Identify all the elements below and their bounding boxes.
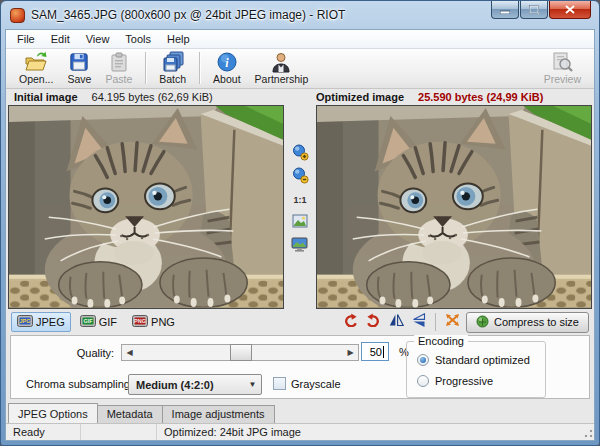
paste-clipboard-icon bbox=[110, 51, 128, 73]
rotate-left-button[interactable] bbox=[341, 313, 359, 331]
compress-to-size-button[interactable]: Compress to size bbox=[466, 312, 589, 333]
tab-png[interactable]: PNG PNG bbox=[126, 312, 181, 332]
toolbar-separator bbox=[199, 52, 200, 84]
resize-arrows-icon bbox=[445, 313, 460, 331]
radio-standard-optimized-label: Standard optimized bbox=[435, 354, 530, 366]
resize-grip[interactable] bbox=[580, 424, 594, 440]
radio-icon bbox=[417, 375, 429, 387]
partnership-button[interactable]: Partnership bbox=[248, 50, 316, 86]
tab-png-label: PNG bbox=[151, 316, 175, 328]
initial-image-info: Initial image 64.195 bytes (62,69 KiB) bbox=[6, 91, 300, 103]
zoom-out-button[interactable] bbox=[290, 168, 310, 186]
optimized-image-label: Optimized image bbox=[316, 91, 404, 103]
batch-button[interactable]: Batch bbox=[152, 50, 193, 86]
about-button[interactable]: i About bbox=[206, 50, 247, 86]
png-format-icon: PNG bbox=[132, 315, 148, 329]
save-floppy-icon bbox=[69, 51, 89, 73]
gif-format-icon: GIF bbox=[80, 315, 96, 329]
status-empty-cell bbox=[80, 424, 156, 440]
titlebar[interactable]: SAM_3465.JPG (800x600 px @ 24bit JPEG im… bbox=[1, 1, 599, 29]
radio-progressive[interactable]: Progressive bbox=[417, 375, 493, 387]
partnership-label: Partnership bbox=[255, 73, 309, 85]
zoom-out-icon bbox=[292, 167, 309, 188]
menu-view[interactable]: View bbox=[78, 31, 118, 47]
maximize-button[interactable] bbox=[520, 1, 548, 19]
tab-metadata[interactable]: Metadata bbox=[97, 405, 163, 423]
image-size-labels: Initial image 64.195 bytes (62,69 KiB) O… bbox=[6, 89, 594, 106]
tab-gif[interactable]: GIF GIF bbox=[74, 312, 123, 332]
save-button[interactable]: Save bbox=[60, 50, 98, 86]
image-compare-area: 1:1 bbox=[6, 105, 594, 311]
chroma-subsampling-value: Medium (4:2:0) bbox=[136, 379, 214, 391]
minimize-button[interactable] bbox=[491, 1, 519, 19]
close-icon bbox=[565, 5, 575, 14]
zoom-actual-size-button[interactable]: 1:1 bbox=[290, 191, 310, 209]
initial-image-label: Initial image bbox=[14, 91, 78, 103]
menu-file[interactable]: File bbox=[9, 31, 43, 47]
optimized-image-preview[interactable] bbox=[316, 105, 592, 309]
text-caret bbox=[383, 346, 384, 358]
fit-image-button[interactable] bbox=[290, 214, 310, 232]
quality-value: 50 bbox=[370, 346, 382, 358]
grayscale-checkbox-row[interactable]: Grayscale bbox=[273, 377, 341, 390]
menu-help[interactable]: Help bbox=[159, 31, 198, 47]
preview-magnifier-icon bbox=[551, 51, 573, 73]
quality-slider[interactable]: ◀ ▶ bbox=[121, 344, 359, 361]
radio-standard-optimized[interactable]: Standard optimized bbox=[417, 354, 530, 366]
slider-right-arrow[interactable]: ▶ bbox=[343, 345, 358, 360]
jpeg-format-icon: JPG bbox=[17, 315, 33, 329]
edit-tools-separator bbox=[435, 313, 436, 331]
flip-horizontal-button[interactable] bbox=[387, 313, 405, 331]
preview-button[interactable]: Preview bbox=[537, 50, 588, 86]
client-area: File Edit View Tools Help Open... bbox=[5, 29, 595, 441]
zoom-in-button[interactable] bbox=[290, 145, 310, 163]
resize-button[interactable] bbox=[443, 313, 461, 331]
radio-progressive-label: Progressive bbox=[435, 375, 493, 387]
flip-vertical-button[interactable] bbox=[410, 313, 428, 331]
tab-jpeg-options[interactable]: JPEG Options bbox=[8, 403, 98, 423]
open-button[interactable]: Open... bbox=[12, 50, 60, 86]
compress-icon bbox=[476, 315, 489, 330]
tab-image-adjustments[interactable]: Image adjustments bbox=[162, 405, 275, 423]
rotate-right-icon bbox=[366, 313, 381, 331]
slider-thumb[interactable] bbox=[230, 344, 252, 361]
jpeg-options-panel-wrap: Quality: ◀ ▶ 50 % Encoding Standard bbox=[6, 334, 594, 403]
paste-button[interactable]: Paste bbox=[98, 50, 139, 86]
minimize-icon bbox=[500, 5, 510, 14]
fit-screen-button[interactable] bbox=[290, 237, 310, 255]
about-info-icon: i bbox=[217, 51, 237, 73]
grayscale-checkbox[interactable] bbox=[273, 377, 286, 390]
batch-label: Batch bbox=[159, 73, 186, 85]
rotate-right-button[interactable] bbox=[364, 313, 382, 331]
open-label: Open... bbox=[19, 73, 53, 85]
main-toolbar: Open... Save bbox=[6, 49, 594, 89]
window-controls bbox=[490, 1, 591, 19]
zoom-ratio-label: 1:1 bbox=[293, 195, 306, 205]
status-optimized-info: Optimized: 24bit JPG image bbox=[156, 424, 580, 440]
paste-label: Paste bbox=[105, 73, 132, 85]
open-folder-icon bbox=[24, 51, 48, 73]
close-button[interactable] bbox=[549, 1, 591, 19]
grayscale-label: Grayscale bbox=[291, 378, 341, 390]
save-label: Save bbox=[67, 73, 91, 85]
zoom-in-icon bbox=[292, 144, 309, 165]
slider-track[interactable] bbox=[137, 345, 343, 360]
slider-left-arrow[interactable]: ◀ bbox=[122, 345, 137, 360]
initial-image-preview[interactable] bbox=[8, 105, 284, 309]
optimized-image-size: 25.590 bytes (24,99 KiB) bbox=[418, 91, 543, 103]
chevron-down-icon: ▼ bbox=[244, 380, 261, 389]
compress-to-size-label: Compress to size bbox=[494, 316, 579, 328]
toolbar-separator bbox=[145, 52, 146, 84]
flip-horizontal-icon bbox=[389, 313, 404, 331]
menu-edit[interactable]: Edit bbox=[43, 31, 78, 47]
quality-label: Quality: bbox=[11, 347, 114, 359]
tab-gif-label: GIF bbox=[99, 316, 117, 328]
flip-vertical-icon bbox=[412, 313, 427, 331]
jpeg-options-panel: Quality: ◀ ▶ 50 % Encoding Standard bbox=[10, 335, 590, 399]
chroma-subsampling-select[interactable]: Medium (4:2:0) ▼ bbox=[128, 374, 262, 395]
quality-input[interactable]: 50 bbox=[361, 342, 389, 361]
tab-jpeg[interactable]: JPG JPEG bbox=[11, 312, 71, 332]
riot-window: SAM_3465.JPG (800x600 px @ 24bit JPEG im… bbox=[0, 0, 600, 446]
menu-tools[interactable]: Tools bbox=[117, 31, 159, 47]
svg-text:JPG: JPG bbox=[19, 319, 30, 325]
